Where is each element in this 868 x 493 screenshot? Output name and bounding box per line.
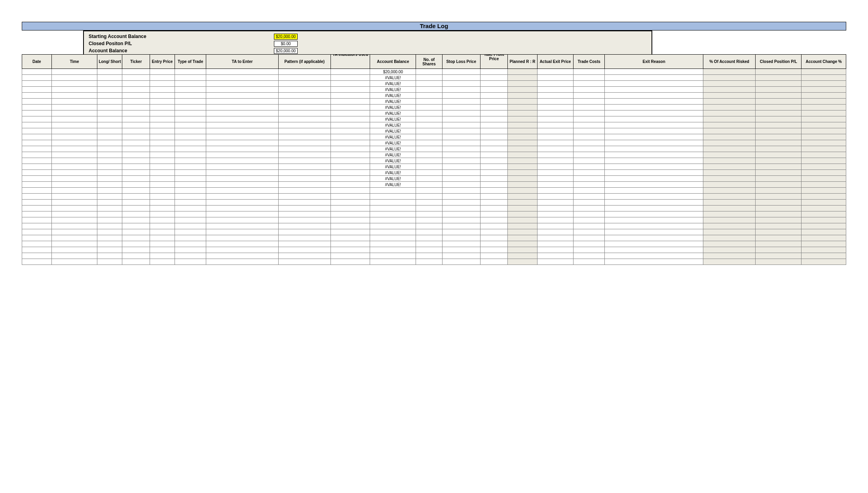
cell[interactable] bbox=[331, 182, 370, 188]
cell[interactable] bbox=[150, 211, 175, 217]
cell[interactable] bbox=[175, 211, 206, 217]
cell[interactable] bbox=[573, 235, 605, 241]
cell[interactable] bbox=[122, 188, 150, 194]
cell[interactable] bbox=[22, 146, 52, 152]
cell[interactable] bbox=[756, 229, 802, 235]
cell[interactable] bbox=[605, 182, 703, 188]
cell[interactable] bbox=[802, 170, 846, 176]
cell[interactable] bbox=[331, 122, 370, 128]
cell[interactable] bbox=[802, 75, 846, 81]
cell[interactable] bbox=[150, 247, 175, 253]
cell[interactable] bbox=[605, 176, 703, 182]
cell[interactable] bbox=[442, 223, 480, 229]
cell[interactable] bbox=[480, 105, 508, 110]
cell[interactable] bbox=[416, 211, 442, 217]
cell[interactable] bbox=[175, 140, 206, 146]
cell[interactable] bbox=[97, 152, 122, 158]
cell[interactable] bbox=[206, 116, 278, 122]
cell[interactable] bbox=[416, 75, 442, 81]
cell[interactable] bbox=[206, 223, 278, 229]
cell[interactable] bbox=[97, 158, 122, 164]
cell[interactable] bbox=[206, 75, 278, 81]
cell[interactable] bbox=[150, 188, 175, 194]
cell[interactable] bbox=[756, 87, 802, 93]
cell[interactable] bbox=[206, 105, 278, 110]
cell[interactable] bbox=[573, 247, 605, 253]
cell[interactable] bbox=[370, 188, 416, 194]
cell[interactable] bbox=[175, 116, 206, 122]
cell[interactable] bbox=[175, 253, 206, 259]
cell[interactable] bbox=[150, 259, 175, 265]
cell[interactable] bbox=[97, 182, 122, 188]
cell[interactable] bbox=[331, 81, 370, 87]
cell[interactable] bbox=[605, 229, 703, 235]
cell[interactable] bbox=[278, 105, 331, 110]
cell[interactable] bbox=[573, 122, 605, 128]
cell[interactable] bbox=[331, 75, 370, 81]
summary-value-balance[interactable]: $20,000.00 bbox=[274, 48, 298, 54]
cell[interactable] bbox=[175, 194, 206, 200]
cell[interactable] bbox=[206, 81, 278, 87]
cell[interactable] bbox=[278, 87, 331, 93]
cell[interactable] bbox=[605, 146, 703, 152]
cell[interactable] bbox=[370, 247, 416, 253]
cell[interactable] bbox=[605, 105, 703, 110]
cell[interactable] bbox=[508, 128, 538, 134]
cell[interactable] bbox=[416, 188, 442, 194]
cell[interactable] bbox=[573, 140, 605, 146]
cell[interactable] bbox=[508, 69, 538, 75]
cell[interactable] bbox=[331, 99, 370, 105]
cell[interactable] bbox=[22, 247, 52, 253]
cell[interactable] bbox=[122, 211, 150, 217]
cell[interactable] bbox=[122, 134, 150, 140]
cell[interactable] bbox=[206, 170, 278, 176]
cell[interactable] bbox=[150, 134, 175, 140]
cell[interactable] bbox=[370, 200, 416, 206]
cell[interactable] bbox=[416, 116, 442, 122]
cell[interactable] bbox=[97, 128, 122, 134]
cell[interactable] bbox=[278, 182, 331, 188]
cell[interactable] bbox=[537, 223, 573, 229]
cell[interactable] bbox=[150, 140, 175, 146]
cell[interactable] bbox=[97, 217, 122, 223]
cell[interactable] bbox=[508, 105, 538, 110]
cell[interactable] bbox=[442, 200, 480, 206]
cell[interactable] bbox=[175, 146, 206, 152]
cell[interactable] bbox=[175, 182, 206, 188]
cell[interactable] bbox=[150, 99, 175, 105]
cell[interactable]: #VALUE! bbox=[370, 87, 416, 93]
cell[interactable] bbox=[206, 211, 278, 217]
cell[interactable] bbox=[605, 75, 703, 81]
cell[interactable] bbox=[206, 164, 278, 170]
cell[interactable] bbox=[416, 105, 442, 110]
cell[interactable] bbox=[331, 93, 370, 99]
cell[interactable] bbox=[508, 99, 538, 105]
cell[interactable] bbox=[802, 241, 846, 247]
cell[interactable] bbox=[756, 128, 802, 134]
cell[interactable] bbox=[605, 259, 703, 265]
cell[interactable] bbox=[416, 223, 442, 229]
cell[interactable] bbox=[537, 146, 573, 152]
cell[interactable] bbox=[206, 69, 278, 75]
summary-value-starting[interactable]: $20,000.00 bbox=[274, 34, 298, 40]
cell[interactable] bbox=[370, 194, 416, 200]
cell[interactable] bbox=[331, 158, 370, 164]
cell[interactable] bbox=[97, 105, 122, 110]
cell[interactable]: #VALUE! bbox=[370, 152, 416, 158]
cell[interactable] bbox=[278, 134, 331, 140]
cell[interactable] bbox=[442, 128, 480, 134]
cell[interactable] bbox=[122, 99, 150, 105]
cell[interactable] bbox=[802, 99, 846, 105]
cell[interactable] bbox=[97, 81, 122, 87]
cell[interactable] bbox=[278, 128, 331, 134]
cell[interactable] bbox=[150, 158, 175, 164]
cell[interactable] bbox=[442, 99, 480, 105]
cell[interactable] bbox=[480, 75, 508, 81]
cell[interactable] bbox=[97, 140, 122, 146]
cell[interactable] bbox=[416, 93, 442, 99]
cell[interactable] bbox=[605, 93, 703, 99]
cell[interactable] bbox=[150, 194, 175, 200]
cell[interactable] bbox=[278, 229, 331, 235]
cell[interactable] bbox=[508, 75, 538, 81]
cell[interactable] bbox=[416, 69, 442, 75]
